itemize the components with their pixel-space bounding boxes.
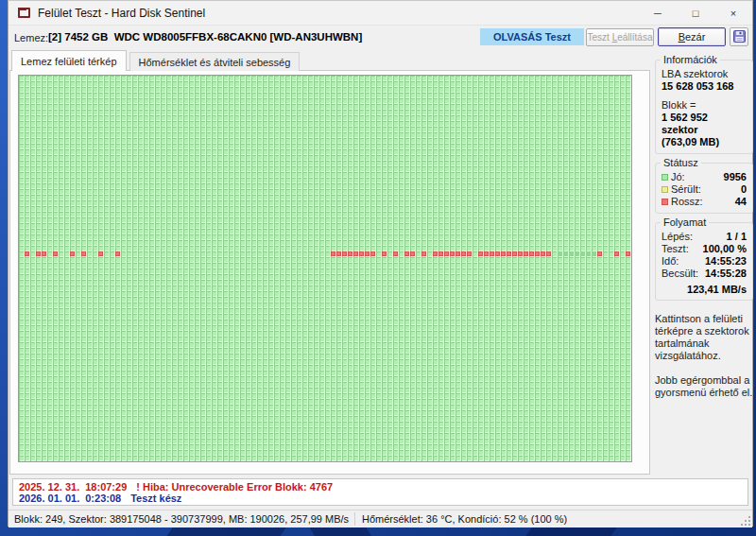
- good-block-swatch: [662, 174, 668, 181]
- map-cell-bad[interactable]: [433, 251, 438, 256]
- map-cell-bad[interactable]: [490, 251, 494, 256]
- map-cell-bad[interactable]: [70, 251, 75, 256]
- map-cell-bad[interactable]: [478, 251, 483, 256]
- close-window-button[interactable]: ×: [714, 1, 752, 25]
- map-cell-bad[interactable]: [348, 251, 352, 256]
- log-entry[interactable]: 2025. 12. 31.18:07:29! Hiba: Unrecoverab…: [19, 481, 742, 493]
- hint-right-click: Jobb egérgombbal a gyorsmenü érhető el.: [655, 374, 753, 399]
- map-cell-bad[interactable]: [541, 251, 545, 256]
- map-cell-bad[interactable]: [353, 251, 358, 256]
- transfer-speed: 123,41 MB/s: [662, 284, 747, 295]
- map-cell-bad[interactable]: [484, 251, 489, 256]
- map-cell-bad[interactable]: [81, 251, 86, 256]
- minimize-button[interactable]: ─: [639, 1, 677, 25]
- info-title: Információk: [661, 54, 720, 65]
- sidebar: Információk LBA szektorok15 628 053 168B…: [655, 60, 753, 399]
- map-cell-bad[interactable]: [467, 251, 472, 256]
- map-cell-bad[interactable]: [53, 251, 58, 256]
- log-message: Teszt kész: [130, 493, 181, 504]
- progress-label: Teszt:: [662, 243, 689, 255]
- map-cell-bad[interactable]: [529, 251, 534, 256]
- map-cell-recent[interactable]: [580, 251, 585, 256]
- window-title: Felület Teszt - Hard Disk Sentinel: [38, 7, 205, 20]
- map-cell-bad[interactable]: [535, 251, 540, 256]
- map-cell-bad[interactable]: [36, 251, 41, 256]
- log-date: 2025. 12. 31.: [19, 481, 79, 493]
- map-cell-recent[interactable]: [586, 251, 591, 256]
- map-cell-bad[interactable]: [455, 251, 460, 256]
- map-cell-bad[interactable]: [512, 251, 517, 256]
- info-line: (763,09 MB): [662, 136, 747, 148]
- wallpaper-shape: [525, 527, 617, 536]
- map-cell-recent[interactable]: [563, 251, 568, 256]
- map-cell-bad[interactable]: [507, 251, 511, 256]
- damaged-block-swatch: [662, 186, 668, 193]
- map-cell-bad[interactable]: [501, 251, 506, 256]
- map-cell-bad[interactable]: [438, 251, 443, 256]
- map-cell-bad[interactable]: [626, 251, 630, 256]
- progress-label: Becsült:: [662, 268, 698, 280]
- maximize-button[interactable]: □: [677, 1, 714, 25]
- map-cell-bad[interactable]: [495, 251, 500, 256]
- map-cell-recent[interactable]: [592, 251, 596, 256]
- map-cell-recent[interactable]: [569, 251, 574, 256]
- map-cell-bad[interactable]: [450, 251, 455, 256]
- map-cell-bad[interactable]: [404, 251, 409, 256]
- disk-label: Lemez:: [14, 32, 48, 43]
- map-cell-bad[interactable]: [370, 251, 375, 256]
- progress-value: 14:55:28: [705, 268, 747, 280]
- tab-temperature-speed[interactable]: Hőmérséklet és átviteli sebesség: [129, 52, 301, 71]
- tab-surface-map[interactable]: Lemez felületi térkép: [11, 50, 127, 71]
- map-cell-recent[interactable]: [558, 251, 562, 256]
- map-cell-bad[interactable]: [98, 251, 103, 256]
- surface-map[interactable]: [18, 75, 632, 462]
- test-type-badge: OLVASÁS Teszt: [480, 28, 584, 45]
- map-cell-bad[interactable]: [42, 251, 46, 256]
- status-value: 0: [741, 183, 747, 196]
- map-cell-bad[interactable]: [461, 251, 466, 256]
- log-date: 2026. 01. 01.: [19, 493, 79, 504]
- floppy-disk-icon: [733, 30, 746, 43]
- log-time: 18:07:29: [85, 481, 127, 493]
- map-cell-bad[interactable]: [410, 251, 415, 256]
- map-cell-bad[interactable]: [115, 251, 120, 256]
- save-report-button[interactable]: [730, 27, 748, 46]
- app-icon: [18, 8, 30, 18]
- map-cell-bad[interactable]: [524, 251, 528, 256]
- map-cell-bad[interactable]: [393, 251, 398, 256]
- map-cell-bad[interactable]: [546, 251, 551, 256]
- stop-label-pre: Teszt: [588, 32, 612, 43]
- map-cell-bad[interactable]: [342, 251, 347, 256]
- progress-rows: Lépés:1 / 1Teszt:100,00 %Idő:14:55:23Bec…: [662, 231, 747, 280]
- map-cell-bad[interactable]: [614, 251, 619, 256]
- status-title: Státusz: [661, 157, 701, 168]
- status-label: Sérült:: [671, 183, 701, 196]
- map-cell-bad[interactable]: [382, 251, 387, 256]
- progress-value: 1 / 1: [727, 231, 747, 243]
- map-cell-bad[interactable]: [444, 251, 449, 256]
- map-cell-bad[interactable]: [597, 251, 602, 256]
- map-cell-bad[interactable]: [365, 251, 369, 256]
- toolbar: Lemez: [2] 7452 GB WDC WD8005FFBX-68CAKN…: [9, 26, 752, 50]
- close-dialog-button[interactable]: Bezár: [658, 27, 726, 46]
- resize-grip[interactable]: [740, 515, 751, 527]
- status-label: Jó:: [671, 171, 685, 183]
- map-cell-bad[interactable]: [421, 251, 426, 256]
- map-cell-bad[interactable]: [359, 251, 364, 256]
- stop-test-button[interactable]: Teszt Leállítása: [586, 28, 654, 46]
- status-bar: Blokk: 249, Szektor: 389175048 - 3907379…: [9, 510, 752, 527]
- log-entry[interactable]: 2026. 01. 01.0:23:08Teszt kész: [19, 493, 742, 504]
- map-cell-recent[interactable]: [575, 251, 579, 256]
- map-cell-bad[interactable]: [25, 251, 29, 256]
- tab-bar: Lemez felületi térkép Hőmérséklet és átv…: [11, 50, 300, 71]
- map-cell-bad[interactable]: [331, 251, 335, 256]
- info-line: Blokk =: [662, 99, 747, 112]
- map-cell-bad[interactable]: [336, 251, 341, 256]
- test-log[interactable]: 2025. 12. 31.18:07:29! Hiba: Unrecoverab…: [12, 478, 748, 506]
- progress-label: Idő:: [662, 255, 679, 268]
- disk-model-text: [2] 7452 GB WDC WD8005FFBX-68CAKN0 [WD-A…: [48, 31, 362, 43]
- map-cell-bad[interactable]: [518, 251, 523, 256]
- progress-row: Becsült:14:55:28: [662, 268, 747, 280]
- surface-map-pane: [9, 70, 650, 475]
- surface-test-window: Felület Teszt - Hard Disk Sentinel ─ □ ×…: [8, 0, 753, 527]
